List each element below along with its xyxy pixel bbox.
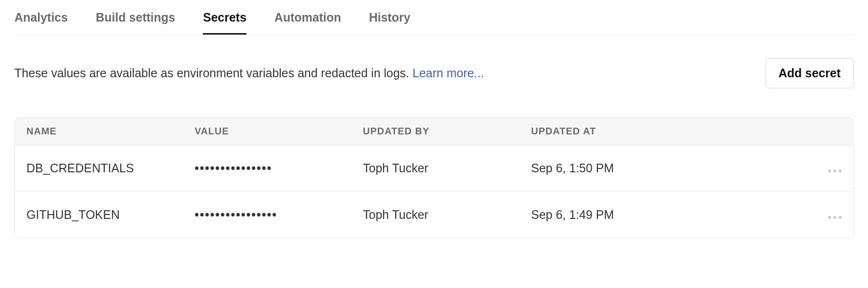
tab-automation[interactable]: Automation [274,11,341,35]
secret-updated-by: Toph Tucker [363,161,531,175]
tab-build-settings[interactable]: Build settings [96,11,175,35]
secret-updated-at: Sep 6, 1:49 PM [531,208,803,222]
tab-secrets[interactable]: Secrets [203,11,246,35]
secret-name: DB_CREDENTIALS [26,161,195,175]
table-row: GITHUB_TOKEN •••••••••••••••• Toph Tucke… [15,192,853,238]
description-row: These values are available as environmen… [14,58,854,88]
tab-analytics[interactable]: Analytics [14,11,68,35]
add-secret-button[interactable]: Add secret [766,58,854,88]
ellipsis-icon [828,216,842,219]
learn-more-link[interactable]: Learn more... [412,66,484,80]
table-header-row: NAME VALUE UPDATED BY UPDATED AT [15,118,853,145]
ellipsis-icon [828,169,842,172]
secrets-table: NAME VALUE UPDATED BY UPDATED AT DB_CRED… [14,117,854,238]
secret-value-masked: •••••••••••••••• [195,208,363,222]
column-header-value: VALUE [195,126,363,137]
secret-value-masked: ••••••••••••••• [195,161,363,175]
secret-updated-by: Toph Tucker [363,208,531,222]
secret-updated-at: Sep 6, 1:50 PM [531,161,803,175]
table-row: DB_CREDENTIALS ••••••••••••••• Toph Tuck… [15,145,853,192]
column-header-name: NAME [26,126,195,137]
tab-navigation: Analytics Build settings Secrets Automat… [14,0,854,35]
row-actions-button[interactable] [803,161,842,175]
description-text: These values are available as environmen… [14,66,484,80]
column-header-updated-by: UPDATED BY [363,126,531,137]
secret-name: GITHUB_TOKEN [26,208,195,222]
description-label: These values are available as environmen… [14,66,412,80]
column-header-updated-at: UPDATED AT [531,126,803,137]
tab-history[interactable]: History [369,11,410,35]
row-actions-button[interactable] [803,208,842,222]
